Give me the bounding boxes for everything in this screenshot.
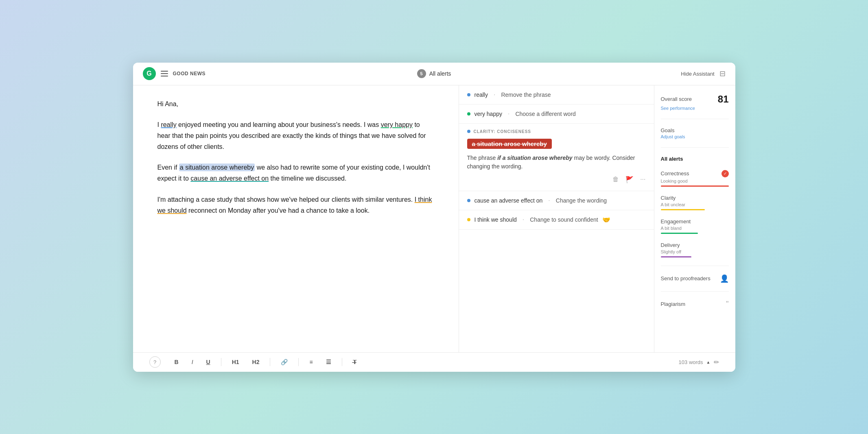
alert-row-adverse-left: cause an adverse effect on · Change the … <box>467 197 607 204</box>
pencil-icon[interactable]: ✏ <box>714 358 719 366</box>
right-sidebar: Overall score 81 See performance Goals A… <box>654 85 735 352</box>
goals-section: Goals Adjust goals <box>661 127 729 139</box>
alert-suggestion-think: Change to sound confident <box>530 216 598 223</box>
metric-clarity[interactable]: Clarity A bit unclear <box>661 195 729 210</box>
metric-clarity-header: Clarity <box>661 195 729 201</box>
dot-adverse <box>467 199 470 202</box>
doc-title: GOOD NEWS <box>173 71 206 76</box>
dot-very-happy <box>467 112 470 116</box>
alert-word-adverse: cause an adverse effect on <box>474 197 543 204</box>
hide-assistant-button[interactable]: Hide Assistant <box>681 71 714 77</box>
header: G GOOD NEWS 5 All alerts Hide Assistant … <box>133 63 735 85</box>
paragraph-3: Even if a situation arose whereby we als… <box>157 162 434 184</box>
delete-icon[interactable]: 🗑 <box>612 176 619 183</box>
clarity-actions: 🗑 🚩 ··· <box>467 176 646 183</box>
editor-area[interactable]: Hi Ana, I really enjoyed meeting you and… <box>133 85 459 352</box>
plagiarism-label: Plagiarism <box>661 301 686 307</box>
alerts-panel: really · Remove the phrase very happy · … <box>459 85 654 352</box>
more-icon[interactable]: ··· <box>640 176 645 183</box>
metric-correctness-sub: Looking good <box>661 179 729 183</box>
alert-row-very-happy[interactable]: very happy · Choose a different word <box>459 105 654 124</box>
adjust-goals-link[interactable]: Adjust goals <box>661 134 729 139</box>
toolbar-sep-1 <box>221 358 221 366</box>
alert-sep-1: · <box>494 91 495 98</box>
alert-row-really[interactable]: really · Remove the phrase <box>459 85 654 105</box>
toolbar-sep-4 <box>342 358 342 366</box>
send-proofreaders-icon: 👤 <box>720 274 729 283</box>
divider-3 <box>661 266 729 266</box>
send-proofreaders-label: Send to proofreaders <box>661 275 711 281</box>
h2-button[interactable]: H2 <box>250 357 262 367</box>
divider-4 <box>661 291 729 292</box>
ordered-list-button[interactable]: ≡ <box>307 357 315 367</box>
italic-button[interactable]: I <box>189 357 196 367</box>
goals-label: Goals <box>661 127 729 133</box>
metric-delivery[interactable]: Delivery Slightly off <box>661 242 729 257</box>
h1-button[interactable]: H1 <box>230 357 242 367</box>
word-really: really <box>161 121 176 128</box>
metric-correctness-name: Correctness <box>661 170 689 177</box>
alert-count: 5 <box>417 69 426 78</box>
metric-delivery-name: Delivery <box>661 242 680 248</box>
header-center: 5 All alerts <box>249 69 620 78</box>
help-icon[interactable]: ? <box>149 356 161 368</box>
highlighted-phrase: a situation arose whereby <box>467 139 552 149</box>
link-button[interactable]: 🔗 <box>278 357 290 367</box>
phrase-adverse-effect: cause an adverse effect on <box>190 175 269 182</box>
bold-button[interactable]: B <box>172 357 181 367</box>
metric-engagement[interactable]: Engagement A bit bland <box>661 218 729 234</box>
alert-emoji-think: 🤝 <box>602 216 610 224</box>
flag-icon[interactable]: 🚩 <box>625 176 634 183</box>
layout-icon[interactable]: ⊟ <box>719 69 726 78</box>
score-section: Overall score 81 See performance <box>661 94 729 111</box>
plagiarism-section[interactable]: Plagiarism " <box>661 300 729 308</box>
bottom-toolbar: ? B I U H1 H2 🔗 ≡ ☰ T̶ 103 words ▲ ✏ <box>133 352 735 372</box>
alert-row-adverse[interactable]: cause an adverse effect on · Change the … <box>459 191 654 210</box>
alerts-badge[interactable]: 5 All alerts <box>417 69 451 78</box>
word-very-happy: very happy <box>381 121 413 128</box>
metric-clarity-sub: A bit unclear <box>661 202 729 207</box>
divider-1 <box>661 119 729 119</box>
unordered-list-button[interactable]: ☰ <box>324 357 334 367</box>
metric-delivery-sub: Slightly off <box>661 249 729 254</box>
hamburger-icon[interactable] <box>161 71 168 76</box>
toolbar-sep-3 <box>298 358 299 366</box>
metric-engagement-sub: A bit bland <box>661 226 729 231</box>
clarity-italic: if a situation arose whereby <box>497 155 572 161</box>
all-alerts-sidebar-label[interactable]: All alerts <box>661 156 729 162</box>
metric-delivery-bar <box>661 256 691 257</box>
app-container: G GOOD NEWS 5 All alerts Hide Assistant … <box>133 63 735 372</box>
metric-correctness-bar <box>661 185 729 187</box>
clarity-section-label: CLARITY: CONCISENESS <box>467 129 646 134</box>
alert-row-think[interactable]: I think we should · Change to sound conf… <box>459 210 654 230</box>
alert-word-really: really <box>474 92 488 98</box>
divider-2 <box>661 147 729 148</box>
metric-engagement-name: Engagement <box>661 218 691 225</box>
metric-clarity-bar <box>661 209 705 210</box>
header-right: Hide Assistant ⊟ <box>620 69 726 78</box>
alert-row-really-left: really · Remove the phrase <box>467 91 551 98</box>
dot-think <box>467 218 470 221</box>
word-count: 103 words ▲ ✏ <box>679 358 719 366</box>
clarity-card: CLARITY: CONCISENESS a situation arose w… <box>459 124 654 191</box>
word-count-arrow[interactable]: ▲ <box>706 360 711 364</box>
underline-button[interactable]: U <box>204 357 213 367</box>
alert-row-very-happy-left: very happy · Choose a different word <box>467 110 576 118</box>
alert-word-very-happy: very happy <box>474 111 502 117</box>
header-left: G GOOD NEWS <box>143 67 249 80</box>
grammarly-logo: G <box>143 67 156 80</box>
send-proofreaders-section[interactable]: Send to proofreaders 👤 <box>661 274 729 283</box>
alert-suggestion-very-happy: Choose a different word <box>515 111 575 117</box>
metric-engagement-header: Engagement <box>661 218 729 225</box>
phrase-think-we-should: I think we should <box>157 196 432 214</box>
dot-clarity <box>467 130 470 133</box>
metric-clarity-name: Clarity <box>661 195 676 201</box>
alert-sep-3: · <box>548 197 550 204</box>
phrase-situation-arose: a situation arose whereby <box>179 164 255 171</box>
toolbar-sep-2 <box>270 358 270 366</box>
metric-correctness-header: Correctness ✓ <box>661 170 729 177</box>
clear-format-button[interactable]: T̶ <box>350 357 359 367</box>
score-header: Overall score 81 <box>661 94 729 105</box>
metric-correctness[interactable]: Correctness ✓ Looking good <box>661 170 729 187</box>
see-performance-link[interactable]: See performance <box>661 106 729 111</box>
